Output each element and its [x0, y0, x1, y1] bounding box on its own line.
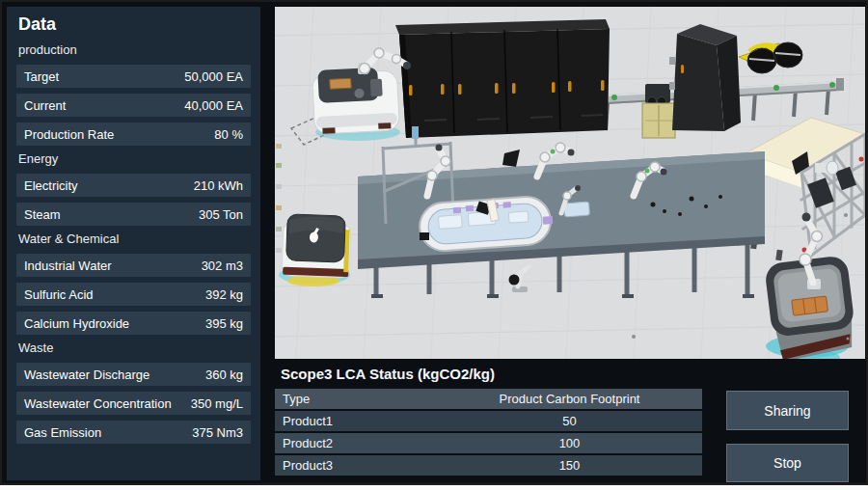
metric-row-target: Target 50,000 EA	[16, 65, 251, 88]
data-sidebar: Data production Target 50,000 EA Current…	[7, 7, 260, 480]
lca-table-row-product3: Product3 150	[275, 455, 702, 476]
agv-robot-with-arm	[312, 48, 411, 141]
cell-type: Product1	[275, 414, 437, 428]
metric-row-calcium-hydroxide: Calcium Hydroxide 395 kg	[16, 312, 251, 335]
metric-row-wastewater-discharge: Wastewater Discharge 360 kg	[16, 363, 251, 386]
metric-value: 302 m3	[202, 259, 243, 273]
stop-button[interactable]: Stop	[726, 444, 849, 482]
column-header-footprint: Product Carbon Footprint	[437, 392, 702, 406]
metric-value: 50,000 EA	[184, 69, 243, 84]
agv-robot-lidded	[279, 214, 351, 286]
metric-label: Steam	[24, 207, 61, 222]
cell-footprint: 50	[437, 414, 702, 428]
cell-type: Product3	[275, 458, 437, 473]
metric-label: Industrial Water	[24, 259, 112, 273]
metric-label: Wastewater Concentration	[24, 396, 172, 411]
metric-value: 210 kWh	[194, 178, 243, 193]
screenshot-stage: Data production Target 50,000 EA Current…	[0, 0, 868, 490]
storage-cabinet-bank	[395, 19, 610, 138]
metric-label: Gas Emission	[24, 425, 101, 440]
cell-footprint: 100	[437, 436, 702, 450]
metric-row-sulfuric-acid: Sulfuric Acid 392 kg	[16, 283, 251, 306]
metric-row-production-rate: Production Rate 80 %	[16, 122, 251, 146]
metric-value: 80 %	[214, 127, 243, 142]
agv-robot-carrying-box	[764, 213, 858, 360]
digital-twin-app-window: Data production Target 50,000 EA Current…	[0, 0, 868, 485]
coil-handling-machine	[739, 42, 802, 73]
sidebar-title: Data	[18, 14, 251, 35]
metric-value: 375 Nm3	[192, 425, 243, 440]
metric-value: 392 kg	[205, 287, 243, 302]
metric-row-wastewater-concentration: Wastewater Concentration 350 mg/L	[16, 392, 251, 415]
metric-label: Calcium Hydroxide	[24, 316, 129, 331]
section-header-waste: Waste	[18, 340, 251, 356]
metric-row-current: Current 40,000 EA	[16, 94, 251, 117]
metric-row-steam: Steam 305 Ton	[16, 203, 251, 226]
metric-value: 395 kg	[205, 316, 243, 331]
lca-panel-title: Scope3 LCA Status (kgCO2/kg)	[281, 366, 495, 382]
metric-row-industrial-water: Industrial Water 302 m3	[16, 254, 251, 277]
metric-label: Electricity	[24, 178, 78, 193]
column-header-type: Type	[275, 392, 437, 406]
metric-value: 350 mg/L	[191, 396, 243, 411]
lca-table: Type Product Carbon Footprint Product1 5…	[275, 389, 702, 477]
lca-table-row-product1: Product1 50	[275, 411, 702, 431]
lca-table-row-product2: Product2 100	[275, 433, 702, 453]
cell-footprint: 150	[437, 458, 702, 473]
small-robot-unit	[509, 267, 529, 292]
section-header-energy: Energy	[18, 151, 251, 167]
metric-row-gas-emission: Gas Emission 375 Nm3	[16, 421, 251, 444]
3d-factory-viewport[interactable]	[275, 7, 865, 359]
metric-value: 305 Ton	[199, 207, 243, 222]
storage-cabinet-single	[669, 24, 741, 131]
assembly-line-machine	[358, 126, 765, 296]
sharing-button[interactable]: Sharing	[726, 391, 849, 430]
supply-cabinet	[642, 84, 675, 138]
section-header-water-chemical: Water & Chemical	[18, 231, 251, 247]
metric-label: Target	[24, 69, 59, 84]
lca-table-header-row: Type Product Carbon Footprint	[275, 389, 702, 409]
metric-row-electricity: Electricity 210 kWh	[16, 174, 251, 197]
metric-label: Production Rate	[24, 127, 114, 142]
metric-label: Wastewater Discharge	[24, 368, 149, 382]
cell-type: Product2	[275, 436, 437, 450]
metric-label: Sulfuric Acid	[24, 287, 94, 302]
metric-label: Current	[24, 98, 66, 113]
section-header-production: production	[18, 42, 251, 58]
metric-value: 360 kg	[205, 368, 243, 382]
metric-value: 40,000 EA	[184, 98, 243, 113]
